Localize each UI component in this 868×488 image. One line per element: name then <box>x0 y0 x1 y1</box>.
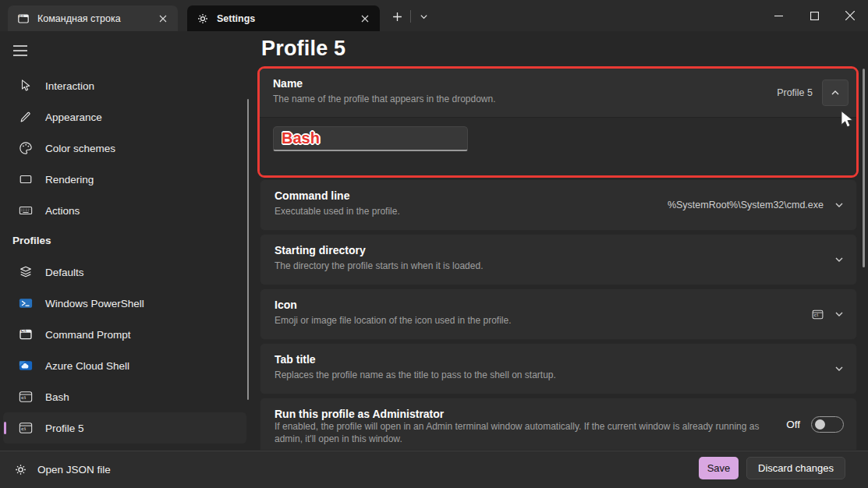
sidebar-item-bash[interactable]: c:\ Bash <box>3 381 246 412</box>
setting-title: Name <box>273 77 303 90</box>
icon-setting-card[interactable]: Icon Emoji or image file location of the… <box>260 288 857 340</box>
tab-label: Командная строка <box>37 13 121 24</box>
cmd-outline-icon: c:\ <box>812 309 824 320</box>
sidebar-item-label: Windows PowerShell <box>45 298 144 309</box>
setting-title: Run this profile as Administrator <box>275 408 444 420</box>
svg-text:C:\: C:\ <box>21 329 27 333</box>
toggle-knob <box>815 419 825 430</box>
pen-icon <box>18 109 34 125</box>
tab-dropdown-button[interactable] <box>414 7 433 26</box>
sidebar-item-interaction[interactable]: Interaction <box>3 70 246 101</box>
open-json-file-label: Open JSON file <box>37 464 111 476</box>
palette-icon <box>18 140 34 156</box>
close-icon[interactable] <box>154 10 172 27</box>
selected-indicator <box>4 422 6 434</box>
gear-icon <box>197 12 209 25</box>
sidebar-item-rendering[interactable]: Rendering <box>3 164 246 195</box>
cmd-outline-icon: c:\ <box>18 389 34 405</box>
sidebar-item-label: Actions <box>45 205 80 217</box>
close-window-button[interactable] <box>832 0 868 31</box>
sidebar-item-color-schemes[interactable]: Color schemes <box>3 133 246 164</box>
footer-bar: Open JSON file Save Discard changes <box>0 451 868 488</box>
open-json-file-button[interactable]: Open JSON file <box>14 451 111 488</box>
windows-terminal-settings-window: C:\ Командная строка Settings <box>0 0 868 488</box>
cmd-outline-icon: c:\ <box>18 420 34 436</box>
sidebar-item-label: Command Prompt <box>45 329 131 341</box>
chevron-down-icon[interactable] <box>834 364 844 373</box>
chevron-up-icon <box>831 88 840 97</box>
hamburger-menu-icon[interactable] <box>9 41 31 61</box>
starting-directory-setting-card[interactable]: Starting directory The directory the pro… <box>260 234 857 285</box>
profile-name-input[interactable] <box>273 126 468 151</box>
setting-subtitle: Replaces the profile name as the title t… <box>275 370 556 380</box>
chevron-down-icon[interactable] <box>834 200 844 210</box>
sidebar-item-label: Appearance <box>45 111 102 123</box>
close-icon[interactable] <box>356 10 374 27</box>
svg-text:C:\: C:\ <box>19 13 24 17</box>
cmd-window-icon: C:\ <box>17 12 30 25</box>
titlebar: C:\ Командная строка Settings <box>0 0 868 31</box>
gear-icon <box>14 463 27 476</box>
name-setting-card-annotated: Name The name of the profile that appear… <box>257 66 859 178</box>
chevron-down-icon[interactable] <box>834 309 844 319</box>
sidebar-item-label: Rendering <box>45 174 94 186</box>
discard-changes-button[interactable]: Discard changes <box>746 457 845 479</box>
main-scrollbar[interactable] <box>863 69 865 267</box>
sidebar-item-label: Azure Cloud Shell <box>45 360 129 372</box>
powershell-icon <box>18 295 34 311</box>
save-button[interactable]: Save <box>699 457 739 479</box>
admin-toggle-switch[interactable] <box>811 416 844 433</box>
sidebar-item-actions[interactable]: Actions <box>3 195 246 226</box>
svg-text:c:\: c:\ <box>21 396 26 400</box>
setting-title: Tab title <box>275 353 316 366</box>
chevron-down-icon[interactable] <box>834 255 844 264</box>
svg-text:c:\: c:\ <box>814 313 819 317</box>
command-line-setting-card[interactable]: Command line Executable used in the prof… <box>260 179 857 231</box>
sidebar-item-label: Interaction <box>45 80 94 92</box>
setting-subtitle: Emoji or image file location of the icon… <box>275 315 512 326</box>
minimize-button[interactable] <box>760 0 796 31</box>
sidebar-item-command-prompt[interactable]: C:\ Command Prompt <box>3 319 246 350</box>
display-icon <box>18 172 34 187</box>
divider <box>410 10 411 23</box>
cmd-window-icon: C:\ <box>18 327 34 342</box>
name-expander-header[interactable]: Name The name of the profile that appear… <box>260 69 856 118</box>
keyboard-icon <box>18 203 34 218</box>
setting-subtitle: The directory the profile starts in when… <box>275 260 483 271</box>
toggle-state-label: Off <box>786 419 800 430</box>
sidebar-item-profile-5[interactable]: c:\ Profile 5 <box>3 412 246 444</box>
setting-title: Starting directory <box>275 244 366 256</box>
setting-subtitle: If enabled, the profile will open in an … <box>275 420 774 445</box>
tab-title-setting-card[interactable]: Tab title Replaces the profile name as t… <box>260 343 857 394</box>
maximize-button[interactable] <box>796 0 832 31</box>
cursor-icon <box>18 78 34 94</box>
sidebar-scrollbar[interactable] <box>247 99 249 400</box>
name-current-value: Profile 5 <box>777 87 813 98</box>
run-as-admin-setting-card[interactable]: Run this profile as Administrator If ena… <box>260 398 857 451</box>
profiles-section-header: Profiles <box>12 235 51 246</box>
sidebar-item-label: Color schemes <box>45 143 115 154</box>
svg-text:c:\: c:\ <box>21 427 26 431</box>
sidebar-item-appearance[interactable]: Appearance <box>3 101 246 133</box>
sidebar-item-label: Profile 5 <box>45 423 84 434</box>
collapse-button[interactable] <box>822 80 849 106</box>
tab-command-prompt[interactable]: C:\ Командная строка <box>8 5 178 31</box>
setting-title: Icon <box>275 299 297 311</box>
layers-icon <box>18 264 34 280</box>
tab-settings[interactable]: Settings <box>187 5 380 31</box>
page-title: Profile 5 <box>261 37 345 61</box>
sidebar-item-azure-cloud-shell[interactable]: Azure Cloud Shell <box>3 350 246 381</box>
setting-subtitle: Executable used in the profile. <box>275 206 400 217</box>
name-expander-body <box>260 118 856 175</box>
setting-subtitle: The name of the profile that appears in … <box>273 94 496 104</box>
setting-title: Command line <box>275 189 349 202</box>
sidebar-item-label: Defaults <box>45 267 84 278</box>
new-tab-button[interactable] <box>388 7 406 26</box>
tab-label: Settings <box>217 13 255 24</box>
sidebar-item-windows-powershell[interactable]: Windows PowerShell <box>3 288 246 319</box>
azure-cloud-icon <box>18 358 34 373</box>
sidebar-item-label: Bash <box>45 391 69 403</box>
sidebar-item-defaults[interactable]: Defaults <box>3 256 246 288</box>
command-line-value: %SystemRoot%\System32\cmd.exe <box>668 200 824 210</box>
